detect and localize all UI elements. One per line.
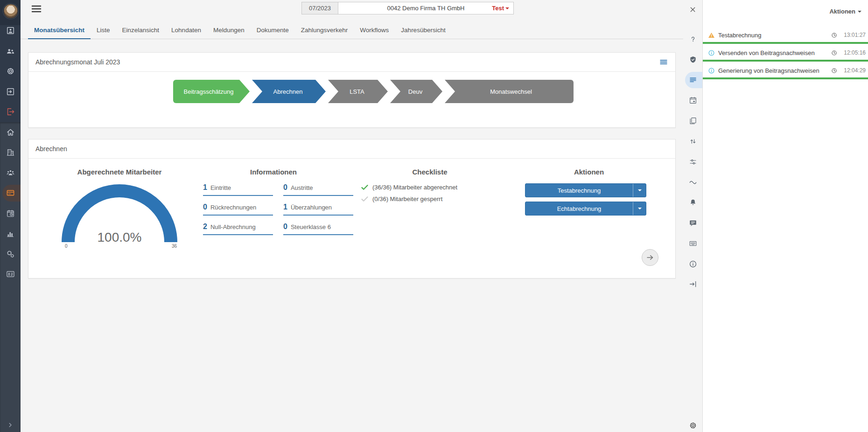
rail-item-messages[interactable] xyxy=(683,213,702,233)
rail-item-alerts[interactable] xyxy=(683,192,702,213)
month-field[interactable]: 07/2023 xyxy=(301,2,338,14)
echtabrechnung-button[interactable]: Echtabrechnung xyxy=(525,202,646,216)
building-icon xyxy=(6,148,15,157)
panel-menu-icon xyxy=(659,57,668,67)
notification-time: 12:05:16 xyxy=(840,49,866,56)
tab-einzelansicht[interactable]: Einzelansicht xyxy=(116,22,166,39)
close-panel-button[interactable] xyxy=(683,6,702,14)
company-field[interactable]: 0042 Demo Firma TH GmbH Test xyxy=(338,2,514,14)
step-deuv[interactable]: Deuv xyxy=(390,80,442,103)
mode-dropdown[interactable]: Test xyxy=(492,2,509,14)
calendar-icon xyxy=(689,96,697,105)
notification-title: Generierung von Beitragsnachweisen xyxy=(718,67,819,74)
sidebar-item-personnel[interactable] xyxy=(0,264,21,285)
rail-item-statistics[interactable] xyxy=(683,172,702,193)
rail-item-protocol[interactable] xyxy=(683,70,702,91)
sidebar-item-sign-in[interactable] xyxy=(0,82,21,102)
rail-item-export[interactable] xyxy=(683,274,702,295)
id-card-icon xyxy=(6,270,15,279)
right-rail xyxy=(683,0,702,432)
info-circle-icon xyxy=(689,260,697,268)
notification-versenden-von-beitragsnachweisen[interactable]: Versenden von Beitragsnachweisen12:05:16 xyxy=(703,46,868,62)
sidebar-item-schedule[interactable] xyxy=(0,203,21,224)
main-area: 07/2023 0042 Demo Firma TH GmbH Test Mon… xyxy=(21,0,683,432)
tab-monatsubersicht[interactable]: Monatsübersicht xyxy=(28,22,91,39)
sidebar-item-home[interactable] xyxy=(0,122,21,143)
rail-item-transfer[interactable] xyxy=(683,131,702,152)
stat-null-abrechnung[interactable]: 2Null-Abrechnung xyxy=(203,223,273,235)
menu-toggle-button[interactable] xyxy=(31,3,43,15)
button-dropdown-caret[interactable] xyxy=(633,202,646,215)
sidebar-item-employees[interactable] xyxy=(0,163,21,183)
gauge-value: 100.0% xyxy=(61,230,178,245)
stat-eintritte[interactable]: 1Eintritte xyxy=(203,183,273,196)
notification-testabrechnung[interactable]: Testabrechnung13:01:27 xyxy=(703,28,868,44)
mode-label: Test xyxy=(492,5,504,12)
tab-meldungen[interactable]: Meldungen xyxy=(207,22,251,39)
sidebar-item-payroll[interactable] xyxy=(0,183,21,203)
sidebar-item-sign-out[interactable] xyxy=(0,102,21,122)
tab-zahlungsverkehr[interactable]: Zahlungsverkehr xyxy=(295,22,354,39)
sidebar-item-settings[interactable] xyxy=(0,61,21,82)
company-name: 0042 Demo Firma TH GmbH xyxy=(387,5,465,12)
tab-dokumente[interactable]: Dokumente xyxy=(251,22,295,39)
tab-jahresubersicht[interactable]: Jahresübersicht xyxy=(395,22,451,39)
stat-value: 2 xyxy=(203,223,207,230)
month-panel: Abrechnungsmonat Juli 2023 Beitragsschät… xyxy=(28,52,676,128)
gear-icon xyxy=(689,421,697,430)
clock-icon-wrap xyxy=(831,68,837,74)
tab-liste[interactable]: Liste xyxy=(91,22,116,39)
stat-steuerklasse-6[interactable]: 0Steuerklasse 6 xyxy=(283,223,353,235)
sidebar-item-company[interactable] xyxy=(0,142,21,163)
step-lsta[interactable]: LSTA xyxy=(328,80,388,103)
notification-time: 12:04:29 xyxy=(840,67,866,74)
gauge-min-label: 0 xyxy=(65,244,68,249)
step-monatswechsel[interactable]: Monatswechsel xyxy=(445,80,574,103)
rail-item-security[interactable] xyxy=(683,49,702,70)
step-beitragsschatzung[interactable]: Beitragsschätzung xyxy=(173,80,250,103)
sidebar-item-automation[interactable] xyxy=(0,244,21,265)
stat-uberzahlungen[interactable]: 1Überzahlungen xyxy=(283,203,353,216)
stat-ruckrechnungen[interactable]: 0Rückrechnungen xyxy=(203,203,273,216)
sidebar-item-contacts[interactable] xyxy=(0,41,21,62)
button-dropdown-caret[interactable] xyxy=(633,184,646,197)
rail-settings-button[interactable] xyxy=(683,421,702,430)
team-icon xyxy=(6,168,15,177)
caret-down-icon xyxy=(638,189,642,191)
rail-item-info[interactable] xyxy=(683,254,702,274)
checklist-item: (36/36) Mitarbeiter abgerechnet xyxy=(361,183,509,191)
sidebar-expand-button[interactable] xyxy=(0,419,21,431)
abrechnen-panel-header: Abrechnen xyxy=(28,139,675,159)
tab-lohndaten[interactable]: Lohndaten xyxy=(165,22,207,39)
notification-generierung-von-beitragsnachweisen[interactable]: Generierung von Beitragsnachweisen12:04:… xyxy=(703,63,868,79)
info-icon-wrap xyxy=(708,67,715,74)
testabrechnung-button[interactable]: Testabrechnung xyxy=(525,183,646,197)
chat-icon xyxy=(689,219,697,227)
actions-heading: Aktionen xyxy=(509,168,669,176)
list-lines-icon xyxy=(689,76,697,84)
close-icon xyxy=(689,6,697,14)
employees-gauge: 100.0% 0 36 xyxy=(61,183,178,246)
warning-icon-wrap xyxy=(708,32,715,39)
stat-label: Eintritte xyxy=(210,184,231,191)
avatar[interactable] xyxy=(3,4,18,19)
sidebar-item-profile[interactable] xyxy=(0,21,21,41)
rail-item-filters[interactable] xyxy=(683,152,702,172)
step-abrechnen[interactable]: Abrechnen xyxy=(252,80,326,103)
tab-workflows[interactable]: Workflows xyxy=(354,22,395,39)
notifications-actions-dropdown[interactable]: Aktionen xyxy=(829,8,861,15)
sidebar-item-reports[interactable] xyxy=(0,223,21,244)
stat-label: Steuerklasse 6 xyxy=(291,223,331,230)
copy-icon xyxy=(689,117,697,125)
rail-item-entries[interactable] xyxy=(683,233,702,254)
checklist-column: Checkliste (36/36) Mitarbeiter abgerechn… xyxy=(350,168,509,246)
export-icon xyxy=(689,280,697,288)
stat-austritte[interactable]: 0Austritte xyxy=(283,183,353,196)
notification-title: Testabrechnung xyxy=(718,32,762,39)
panel-menu-icon[interactable] xyxy=(659,57,668,67)
rail-item-documents[interactable] xyxy=(683,111,702,131)
next-step-button[interactable] xyxy=(642,249,658,266)
notifications-panel: Aktionen Testabrechnung13:01:27Versenden… xyxy=(702,0,868,432)
rail-item-help[interactable] xyxy=(683,29,702,49)
rail-item-calendar[interactable] xyxy=(683,90,702,111)
